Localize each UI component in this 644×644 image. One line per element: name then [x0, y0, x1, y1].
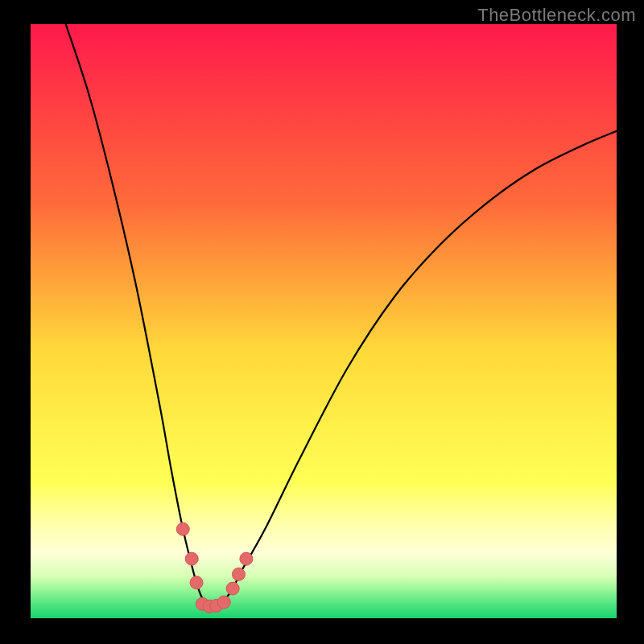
curve-marker: [185, 552, 198, 565]
chart-frame: { "watermark": "TheBottleneck.com", "cha…: [0, 0, 644, 644]
curve-marker: [226, 582, 239, 595]
curve-marker: [232, 568, 245, 580]
curve-marker: [240, 552, 253, 565]
curve-marker: [217, 596, 230, 609]
watermark-text: TheBottleneck.com: [477, 5, 636, 26]
curve-marker: [176, 522, 189, 535]
curve-marker: [190, 576, 203, 589]
bottleneck-chart: [0, 0, 644, 644]
plot-background: [31, 24, 617, 618]
